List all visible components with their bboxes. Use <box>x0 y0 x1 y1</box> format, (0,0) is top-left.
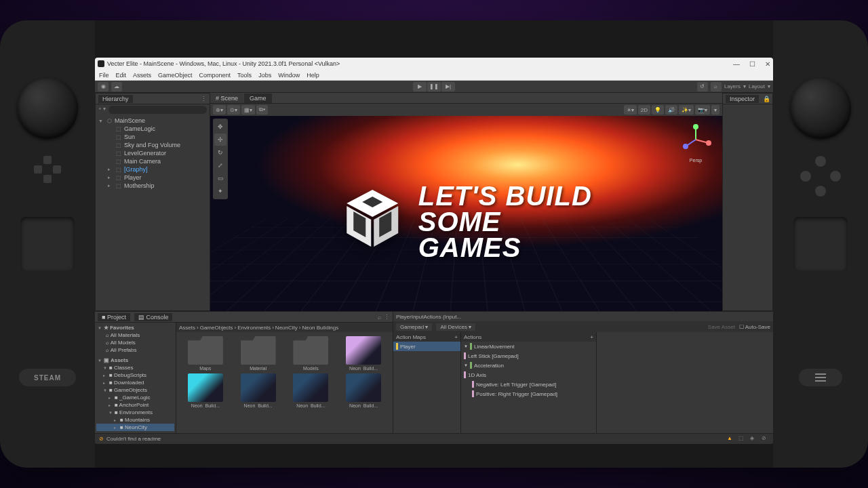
search-icon[interactable]: ⌕ <box>378 314 381 321</box>
right-trackpad[interactable] <box>793 217 848 271</box>
menu-help[interactable]: Help <box>307 72 319 79</box>
orientation-gizmo[interactable]: Persp <box>679 123 713 157</box>
asset-item[interactable]: Models <box>286 336 336 371</box>
menu-window[interactable]: Window <box>278 72 300 79</box>
tab-console[interactable]: ▤ Console <box>134 313 173 321</box>
lighting-toggle[interactable]: 💡 <box>652 105 664 115</box>
tab-scene[interactable]: # Scene <box>210 94 243 103</box>
tool-handle[interactable]: ⊙▾ <box>227 105 240 115</box>
pause-button[interactable]: ❚❚ <box>427 82 441 92</box>
left-trackpad[interactable] <box>20 217 75 271</box>
action-item[interactable]: Positive: Right Trigger [Gamepad] <box>461 389 596 399</box>
add-map-button[interactable]: + <box>454 334 458 340</box>
control-scheme-dropdown[interactable]: Gamepad ▾ <box>396 323 432 331</box>
action-item[interactable]: Negative: Left Trigger [Gamepad] <box>461 380 596 389</box>
layers-dropdown[interactable]: Layers <box>724 83 741 89</box>
menu-file[interactable]: File <box>99 72 109 79</box>
menu-button[interactable] <box>799 369 842 386</box>
menu-assets[interactable]: Assets <box>133 72 151 79</box>
tree-folder[interactable]: ▸■ Downloaded <box>96 379 174 386</box>
hierarchy-item[interactable]: ⬚Main Camera <box>97 157 208 165</box>
hierarchy-search[interactable] <box>108 106 207 114</box>
asset-item[interactable]: Material <box>233 336 283 371</box>
add-action-button[interactable]: + <box>590 334 593 340</box>
hierarchy-item[interactable]: ⬚LevelGenerator <box>97 149 208 157</box>
tab-project[interactable]: ■ Project <box>98 313 130 321</box>
asset-item[interactable]: Neon_Build... <box>338 373 389 408</box>
breadcrumb-segment[interactable]: Assets <box>179 325 195 331</box>
step-button[interactable]: ▶| <box>441 82 455 92</box>
fx-toggle[interactable]: ✨▾ <box>679 105 694 115</box>
2d-toggle[interactable]: 2D <box>638 105 650 115</box>
status-icon[interactable]: ▲ <box>727 435 734 443</box>
camera-icon[interactable]: 📷▾ <box>695 105 710 115</box>
asset-item[interactable]: Maps <box>180 336 231 371</box>
transform-tool[interactable]: ✦ <box>214 185 226 197</box>
hierarchy-tab[interactable]: Hierarchy <box>98 95 133 103</box>
breadcrumb-segment[interactable]: NeonCity <box>275 325 298 331</box>
scene-row[interactable]: ▼⬡MainScene <box>97 117 208 125</box>
action-item[interactable]: 1D Axis <box>461 370 596 380</box>
breadcrumb-segment[interactable]: Neon Buildings <box>302 325 338 331</box>
hierarchy-item[interactable]: ⬚GameLogic <box>97 125 208 133</box>
scale-tool[interactable]: ⤢ <box>214 159 226 171</box>
status-icon[interactable]: ⊘ <box>762 435 769 443</box>
action-item[interactable]: ▼Acceleration <box>461 361 596 370</box>
tab-game[interactable]: Game <box>244 94 272 103</box>
breadcrumb[interactable]: Assets›GameObjects›Environments›NeonCity… <box>176 323 393 332</box>
tree-folder[interactable]: ▸■ Mountains <box>96 416 174 424</box>
panel-options-icon[interactable]: ⋮ <box>201 96 207 102</box>
hierarchy-item[interactable]: ⬚Sky and Fog Volume <box>97 141 208 149</box>
project-tree[interactable]: ▼★ Favorites⌕ All Materials⌕ All Models⌕… <box>95 323 176 433</box>
asset-item[interactable]: Neon_Build... <box>233 373 283 408</box>
asset-item[interactable]: Neon_Build... <box>338 336 389 371</box>
gizmos-toggle[interactable]: ▾ <box>711 105 719 115</box>
tree-folder[interactable]: ▸■ DebugScripts <box>96 371 174 379</box>
scene-viewport[interactable]: ✥ ✢ ↻ ⤢ ▭ ✦ Persp <box>210 116 722 311</box>
tool-grid[interactable]: ▦▾ <box>241 105 255 115</box>
create-dropdown[interactable]: + ▾ <box>98 106 106 114</box>
abxy-buttons[interactable] <box>800 156 841 197</box>
status-icon[interactable]: ◈ <box>750 435 757 443</box>
asset-grid[interactable]: MapsMaterialModelsNeon_Build...Neon_Buil… <box>176 332 393 433</box>
hierarchy-item[interactable]: ▸⬚Mothership <box>97 182 208 190</box>
maximize-button[interactable]: ☐ <box>749 60 755 68</box>
autosave-checkbox[interactable]: ☐ Auto-Save <box>739 324 770 330</box>
hierarchy-item[interactable]: ▸⬚Player <box>97 174 208 182</box>
audio-toggle[interactable]: 🔊 <box>665 105 677 115</box>
rotate-tool[interactable]: ↻ <box>214 146 226 159</box>
action-map-item[interactable]: Player <box>393 342 460 351</box>
tree-folder[interactable]: ▼■ Classes <box>96 364 174 371</box>
menu-edit[interactable]: Edit <box>116 72 127 79</box>
favorite-item[interactable]: ⌕ All Models <box>96 339 174 346</box>
window-titlebar[interactable]: Vecter Elite - MainScene - Windows, Mac,… <box>95 58 773 70</box>
tool-snap[interactable]: ⧉▾ <box>256 105 268 115</box>
devices-dropdown[interactable]: All Devices ▾ <box>436 323 475 331</box>
search-icon[interactable]: ⌕ <box>711 82 722 92</box>
action-item[interactable]: ▼LinearMovement <box>461 342 596 351</box>
dpad[interactable] <box>34 156 61 183</box>
asset-item[interactable]: Neon_Build... <box>180 373 231 408</box>
favorite-item[interactable]: ⌕ All Materials <box>96 331 174 339</box>
tree-folder[interactable]: ▸■ NeonCity <box>96 424 174 431</box>
close-button[interactable]: ✕ <box>765 60 770 68</box>
inspector-tab[interactable]: Inspector <box>726 95 759 103</box>
tree-folder[interactable]: ▸■ _GameLogic <box>96 394 174 401</box>
rect-tool[interactable]: ▭ <box>214 172 226 184</box>
tree-folder[interactable]: ▸■ AnchorPoint <box>96 401 174 409</box>
breadcrumb-segment[interactable]: GameObjects <box>200 325 233 331</box>
menu-tools[interactable]: Tools <box>237 72 252 79</box>
tree-folder[interactable]: ▼■ GameObjects <box>96 386 174 394</box>
move-tool[interactable]: ✢ <box>214 134 226 146</box>
status-icon[interactable]: ⬚ <box>738 435 746 443</box>
hierarchy-item[interactable]: ▸⬚[Graphy] <box>97 165 208 174</box>
cloud-icon[interactable]: ☁ <box>111 82 122 92</box>
menu-component[interactable]: Component <box>199 72 231 79</box>
breadcrumb-segment[interactable]: Environments <box>237 325 271 331</box>
lock-icon[interactable]: 🔒 <box>763 96 770 102</box>
undo-history-icon[interactable]: ↺ <box>697 82 708 92</box>
minimize-button[interactable]: — <box>733 60 740 68</box>
asset-item[interactable]: Neon_Build... <box>286 373 336 408</box>
menu-jobs[interactable]: Jobs <box>258 72 271 79</box>
favorite-item[interactable]: ⌕ All Prefabs <box>96 346 174 354</box>
